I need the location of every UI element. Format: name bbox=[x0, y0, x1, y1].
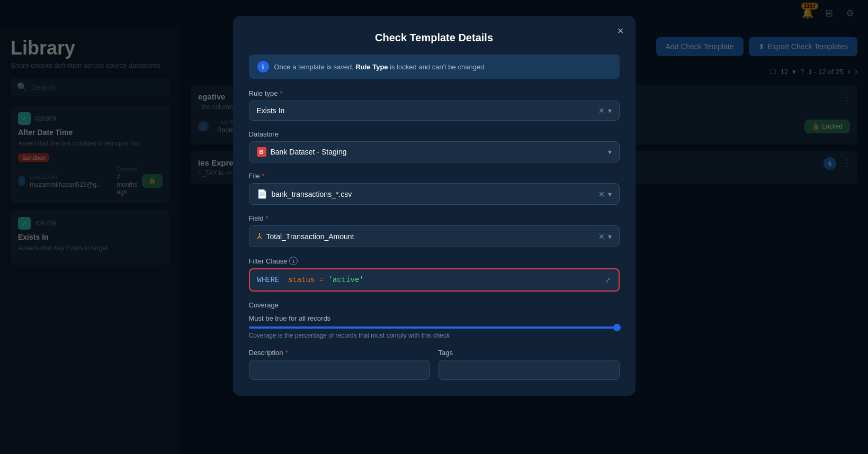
file-value: bank_transactions_*.csv bbox=[272, 190, 598, 198]
bottom-fields: Description * Tags bbox=[249, 349, 620, 380]
modal-title: Check Template Details bbox=[249, 32, 620, 44]
tags-input[interactable] bbox=[439, 360, 620, 380]
filter-string-value: 'active' bbox=[328, 276, 364, 284]
tags-label: Tags bbox=[439, 349, 620, 357]
where-keyword: WHERE bbox=[257, 276, 280, 284]
coverage-fill bbox=[249, 326, 620, 329]
tags-field-group: Tags bbox=[439, 349, 620, 380]
coverage-label: Coverage bbox=[249, 301, 279, 309]
file-label: File * bbox=[249, 172, 620, 180]
description-input[interactable] bbox=[249, 360, 430, 380]
filter-info-icon[interactable]: i bbox=[289, 257, 298, 265]
coverage-section: Coverage Must be true for all records Co… bbox=[249, 301, 620, 339]
filter-expression: status = bbox=[288, 276, 328, 284]
filter-clause-label: Filter Clause i bbox=[249, 257, 620, 265]
info-icon: i bbox=[257, 61, 269, 72]
datastore-label: Datastore bbox=[249, 130, 620, 138]
rule-type-required: * bbox=[280, 89, 282, 97]
file-required: * bbox=[262, 172, 264, 180]
check-template-modal: × Check Template Details i Once a templa… bbox=[233, 16, 636, 396]
info-banner: i Once a template is saved, Rule Type is… bbox=[249, 55, 620, 79]
file-select[interactable]: 📄 bank_transactions_*.csv ✕ ▾ bbox=[249, 183, 620, 205]
clear-icon-field[interactable]: ✕ bbox=[598, 232, 605, 241]
rule-type-label: Rule type * bbox=[249, 89, 620, 97]
coverage-thumb[interactable] bbox=[613, 324, 621, 331]
rule-type-group: Rule type * Exists In ✕ ▾ bbox=[249, 89, 620, 121]
modal-close-button[interactable]: × bbox=[613, 23, 628, 38]
rule-type-select[interactable]: Exists In ✕ ▾ bbox=[249, 101, 620, 121]
field-select[interactable]: ⅄ Total_Transaction_Amount ✕ ▾ bbox=[249, 225, 620, 247]
modal-overlay: × Check Template Details i Once a templa… bbox=[0, 0, 868, 454]
datastore-icon: B bbox=[257, 147, 266, 157]
description-label: Description * bbox=[249, 349, 430, 357]
datastore-value: Bank Dataset - Staging bbox=[271, 148, 608, 156]
field-label: Field * bbox=[249, 214, 620, 222]
rule-type-value: Exists In bbox=[257, 106, 598, 115]
filter-clause-group: Filter Clause i WHERE status = 'active' … bbox=[249, 257, 620, 292]
coverage-must-be: Must be true for all records bbox=[249, 314, 620, 322]
clear-icon[interactable]: ✕ bbox=[598, 106, 605, 115]
dropdown-arrow-field[interactable]: ▾ bbox=[608, 232, 612, 241]
field-icon: ⅄ bbox=[257, 231, 262, 241]
expand-icon[interactable]: ⤢ bbox=[605, 276, 611, 284]
datastore-group: Datastore B Bank Dataset - Staging ▾ bbox=[249, 130, 620, 162]
field-required: * bbox=[266, 214, 269, 222]
dropdown-arrow-file[interactable]: ▾ bbox=[608, 190, 612, 198]
field-group: Field * ⅄ Total_Transaction_Amount ✕ ▾ bbox=[249, 214, 620, 247]
clear-icon-file[interactable]: ✕ bbox=[598, 190, 605, 198]
info-text: Once a template is saved, Rule Type is l… bbox=[274, 63, 485, 71]
file-icon: 📄 bbox=[257, 189, 267, 199]
coverage-note: Coverage is the percentage of records th… bbox=[249, 332, 620, 339]
filter-clause-text: WHERE status = 'active' bbox=[257, 276, 364, 284]
description-field-group: Description * bbox=[249, 349, 430, 380]
dropdown-arrow-ds[interactable]: ▾ bbox=[608, 148, 612, 156]
coverage-slider[interactable] bbox=[249, 326, 620, 329]
description-required: * bbox=[285, 349, 288, 357]
field-value: Total_Transaction_Amount bbox=[266, 232, 598, 241]
dropdown-arrow[interactable]: ▾ bbox=[608, 106, 612, 115]
filter-clause-input[interactable]: WHERE status = 'active' ⤢ bbox=[249, 268, 620, 292]
datastore-select[interactable]: B Bank Dataset - Staging ▾ bbox=[249, 141, 620, 162]
file-group: File * 📄 bank_transactions_*.csv ✕ ▾ bbox=[249, 172, 620, 205]
